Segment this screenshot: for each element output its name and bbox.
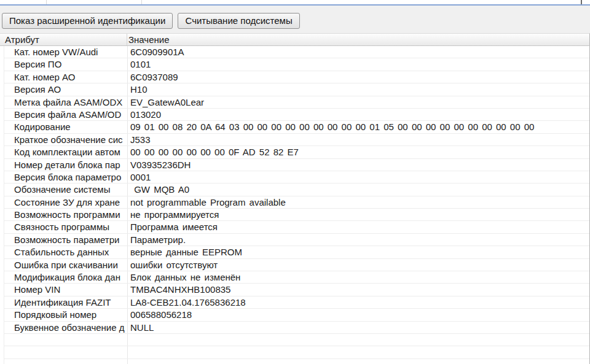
table-row[interactable]: Краткое обозначение сисJ533 <box>4 134 589 146</box>
table-row[interactable]: Связность программыПрограмма имеется <box>4 221 589 233</box>
attribute-cell: Кат. номер АО <box>4 71 128 83</box>
attribute-cell <box>4 334 128 346</box>
attribute-cell: Код комплектации автом <box>4 146 128 158</box>
value-cell: J533 <box>128 134 589 145</box>
table-row[interactable]: Версия ПО0101 <box>4 58 589 71</box>
value-cell <box>128 334 589 346</box>
table-row[interactable]: Порядковый номер006588056218 <box>4 309 589 321</box>
value-cell: верные данные EEPROM <box>128 246 589 258</box>
empty-row <box>4 334 589 346</box>
read-subsystem-button[interactable]: Считывание подсистемы <box>178 13 299 29</box>
value-cell: LA8-CEB21.04.1765836218 <box>128 296 589 308</box>
attribute-cell: Версия АО <box>4 83 128 95</box>
toolbar: Показ расширенной идентификации Считыван… <box>0 6 590 33</box>
value-cell: Программа имеется <box>128 221 589 233</box>
attribute-cell: Версия ПО <box>4 58 128 70</box>
value-cell: V03935236DH <box>128 159 589 171</box>
table-row[interactable]: Модификация блока данБлок данных не изме… <box>4 271 589 284</box>
table-row[interactable]: Версия блока параметро0001 <box>4 171 589 184</box>
table-row[interactable]: Буквенное обозначение дNULL <box>4 322 589 334</box>
attribute-cell: Ошибка при скачивании <box>4 259 128 271</box>
attribute-cell: Возможность программи <box>4 209 128 220</box>
show-extended-identification-button[interactable]: Показ расширенной идентификации <box>2 13 173 29</box>
table-row[interactable]: Возможность программине программируется <box>4 209 589 221</box>
value-cell: 006588056218 <box>128 309 589 320</box>
attribute-cell <box>4 359 128 364</box>
attribute-cell: Модификация блока дан <box>4 271 128 283</box>
attribute-cell: Кат. номер VW/Audi <box>4 46 128 58</box>
attribute-cell: Идентификация FAZIT <box>4 296 128 308</box>
empty-row <box>4 346 589 358</box>
attribute-cell: Порядковый номер <box>4 309 128 320</box>
table-row[interactable]: Стабильность данныхверные данные EEPROM <box>4 246 589 258</box>
attribute-cell: Номер VIN <box>4 284 128 295</box>
table-row[interactable]: Номер VINTMBAC4NHXHB100835 <box>4 284 589 296</box>
table-row[interactable]: Метка файла ASAM/ODXEV_GatewA0Lear <box>4 96 589 109</box>
table-row[interactable]: Идентификация FAZITLA8-CEB21.04.17658362… <box>4 296 589 309</box>
table-row[interactable]: Номер детали блока парV03935236DH <box>4 159 589 171</box>
attribute-cell: Связность программы <box>4 221 128 233</box>
value-cell: EV_GatewA0Lear <box>128 96 589 108</box>
table-row[interactable]: Возможность параметриПараметрир. <box>4 234 589 246</box>
table-row[interactable]: Код комплектации автом00 00 00 00 00 00 … <box>4 146 589 158</box>
pane-column-divider <box>141 0 142 4</box>
table-row[interactable]: Кодирование09 01 00 08 20 0A 64 03 00 00… <box>4 121 589 133</box>
attribute-cell: Стабильность данных <box>4 246 128 258</box>
value-cell: 6C0909901A <box>128 46 589 58</box>
value-cell: ошибки отсутствуют <box>128 259 589 271</box>
value-cell: GW MQB A0 <box>128 184 589 195</box>
value-cell: не программируется <box>128 209 589 220</box>
attribute-cell: Возможность параметри <box>4 234 128 246</box>
value-cell: not programmable Program available <box>128 196 589 208</box>
table-row[interactable]: Версия файла ASAM/OD013020 <box>4 109 589 121</box>
table-header-row: Атрибут Значение <box>0 33 590 46</box>
attribute-cell: Обозначение системы <box>4 184 128 195</box>
attribute-cell: Номер детали блока пар <box>4 159 128 171</box>
table-row[interactable]: Состояние ЗУ для хранеnot programmable P… <box>4 196 589 209</box>
attribute-cell: Кодирование <box>4 121 128 133</box>
value-cell: TMBAC4NHXHB100835 <box>128 284 589 295</box>
empty-row <box>4 359 589 364</box>
value-cell: Блок данных не изменён <box>128 271 589 283</box>
value-cell: 013020 <box>128 109 589 120</box>
column-header-attribute[interactable]: Атрибут <box>0 34 127 45</box>
table-row[interactable]: Кат. номер VW/Audi6C0909901A <box>4 46 589 58</box>
table-row[interactable]: Обозначение системы GW MQB A0 <box>4 184 589 196</box>
value-cell: 00 00 00 00 00 00 00 0F AD 52 82 E7 <box>128 146 589 158</box>
value-cell: 09 01 00 08 20 0A 64 03 00 00 00 00 00 0… <box>128 121 589 133</box>
value-cell: H10 <box>128 83 589 95</box>
attribute-cell: Краткое обозначение сис <box>4 134 128 145</box>
table-row[interactable]: Кат. номер АО6C0937089 <box>4 71 589 83</box>
attribute-cell: Буквенное обозначение д <box>4 322 128 333</box>
value-cell: 6C0937089 <box>128 71 589 83</box>
attribute-cell <box>4 346 128 358</box>
pane-top-edge <box>0 0 590 4</box>
attribute-cell: Версия блока параметро <box>4 171 128 183</box>
pane-column-divider <box>46 0 47 4</box>
value-cell <box>128 359 589 364</box>
column-header-value[interactable]: Значение <box>127 34 589 45</box>
attribute-cell: Метка файла ASAM/ODX <box>4 96 128 108</box>
table-row[interactable]: Версия АОH10 <box>4 83 589 96</box>
value-cell: NULL <box>128 322 589 333</box>
attribute-cell: Состояние ЗУ для хране <box>4 196 128 208</box>
pane-edge-tick <box>581 0 582 4</box>
table-row[interactable]: Ошибка при скачиванииошибки отсутствуют <box>4 259 589 271</box>
attribute-cell: Версия файла ASAM/OD <box>4 109 128 120</box>
value-cell: 0001 <box>128 171 589 183</box>
identification-table-body: Кат. номер VW/Audi6C0909901AВерсия ПО010… <box>4 46 590 364</box>
value-cell: Параметрир. <box>128 234 589 246</box>
value-cell: 0101 <box>128 58 589 70</box>
value-cell <box>128 346 589 358</box>
